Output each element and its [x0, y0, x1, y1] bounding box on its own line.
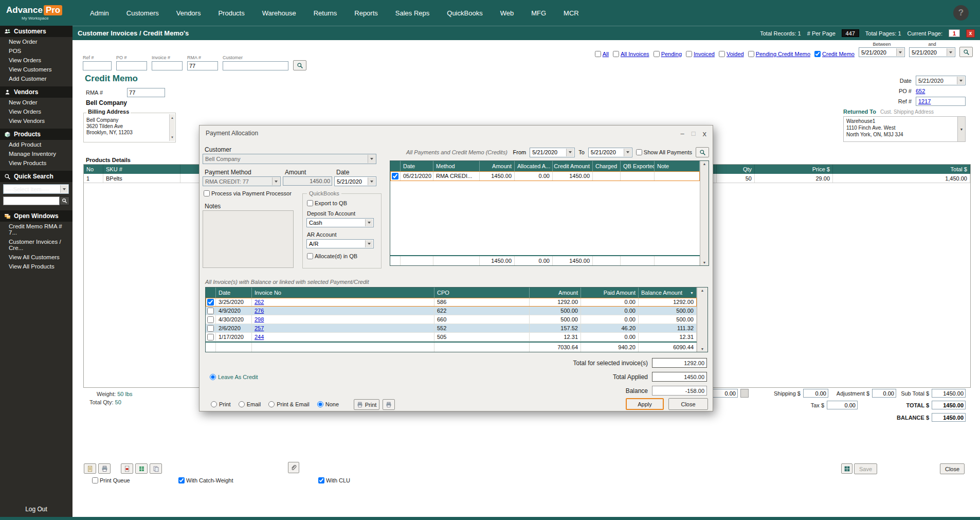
nav-quickbooks[interactable]: QuickBooks — [447, 9, 482, 17]
payment-method-select[interactable]: RMA CREDIT: 77 — [203, 176, 281, 186]
nav-returns[interactable]: Returns — [314, 9, 337, 17]
col-balance-amount[interactable]: Balance Amount▼ — [639, 288, 697, 298]
cust-shipping-address-label[interactable]: Cust. Shipping Address — [880, 109, 934, 115]
help-icon[interactable]: ? — [953, 5, 969, 21]
sidebar-item-add-customer[interactable]: Add Customer — [0, 74, 72, 83]
invoice-row[interactable]: 4/9/2020 276 622 500.00 0.00 500.00 — [206, 307, 697, 315]
filter-all[interactable]: All — [595, 51, 609, 57]
billing-scrollbar[interactable]: ▲ ▼ — [169, 114, 175, 141]
sidebar-item-view-products[interactable]: View Products — [0, 158, 72, 168]
close-button[interactable]: Close — [940, 463, 965, 474]
discount-input[interactable] — [713, 389, 738, 398]
nav-mfg[interactable]: MFG — [531, 9, 546, 17]
logout-link[interactable]: Log Out — [0, 506, 72, 513]
nav-warehouse[interactable]: Warehouse — [262, 9, 296, 17]
print-pdf-button[interactable] — [121, 463, 133, 474]
minimize-icon[interactable]: – — [680, 130, 684, 137]
dialog-title-bar[interactable]: Payment Allocation – □ x — [199, 125, 713, 141]
quick-search-input[interactable] — [3, 196, 60, 205]
invoice-search-input[interactable] — [152, 61, 183, 70]
sidebar-item-view-vendors[interactable]: View Vendors — [0, 116, 72, 125]
export-excel-button[interactable] — [135, 463, 148, 474]
rma-search-input[interactable] — [187, 61, 218, 70]
discount-options-button[interactable] — [740, 389, 749, 398]
invoice-row[interactable]: 2/6/2020 257 552 157.52 46.20 111.32 — [206, 324, 697, 333]
payments-from-select[interactable]: 5/21/2020 — [530, 148, 575, 157]
catch-weight-checkbox[interactable]: With Catch-Weight — [178, 477, 233, 483]
quick-search-select[interactable]: ----Select Item---- — [3, 184, 69, 194]
adjustment-input[interactable] — [872, 389, 896, 398]
ar-account-select[interactable]: A/R — [306, 239, 374, 248]
dialog-customer-select[interactable]: Bell Company — [203, 154, 376, 164]
print-queue-checkbox[interactable]: Print Queue — [92, 477, 130, 483]
allocated-qb-checkbox[interactable]: Allocate(d) in QB — [307, 253, 381, 259]
leave-as-credit-radio[interactable]: Leave As Credit — [210, 374, 258, 380]
scroll-up-icon[interactable]: ▲ — [171, 115, 174, 121]
po-number-link[interactable]: 652 — [916, 88, 925, 94]
nav-customers[interactable]: Customers — [126, 9, 159, 17]
nav-web[interactable]: Web — [500, 9, 514, 17]
output-print-email-radio[interactable]: Print & Email — [268, 401, 310, 407]
filter-invoiced[interactable]: Invoiced — [686, 51, 715, 57]
sidebar-item-new-order[interactable]: New Order — [0, 37, 72, 46]
filter-pending[interactable]: Pending — [654, 51, 682, 57]
print-settings-button[interactable] — [383, 399, 395, 410]
rma-field-input[interactable] — [127, 88, 165, 97]
nav-reports[interactable]: Reports — [354, 9, 378, 17]
sidebar-item-pos[interactable]: POS — [0, 46, 72, 56]
open-window-view-all-customers[interactable]: View All Customers — [0, 253, 72, 262]
payment-row[interactable]: 05/21/2020 RMA CREDI... 1450.00 0.00 145… — [390, 171, 700, 181]
memo-date-select[interactable]: 5/21/2020 — [916, 76, 966, 85]
filter-pending-credit-memo[interactable]: Pending Credit Memo — [748, 51, 810, 57]
export-doc-button[interactable] — [84, 463, 96, 474]
copy-button[interactable] — [150, 463, 162, 474]
invoice-row-checkbox[interactable] — [207, 316, 214, 323]
maximize-icon[interactable]: □ — [692, 130, 696, 137]
dialog-print-button[interactable]: Print — [354, 399, 379, 410]
filter-date-to-select[interactable]: 5/21/2020 — [909, 47, 955, 57]
show-all-payments-checkbox[interactable]: Show All Payments — [636, 149, 692, 155]
invoice-row[interactable]: 3/25/2020 262 586 1292.00 0.00 1292.00 — [206, 298, 697, 307]
filter-voided[interactable]: Voided — [719, 51, 744, 57]
open-window-customer-invoices[interactable]: Customer Invoices / Cre... — [0, 237, 72, 253]
scroll-up-icon[interactable]: ▲ — [703, 162, 706, 166]
tax-input[interactable] — [827, 401, 858, 409]
payments-to-select[interactable]: 5/21/2020 — [588, 148, 632, 157]
sidebar-item-vendor-new-order[interactable]: New Order — [0, 98, 72, 107]
invoice-row-checkbox[interactable] — [207, 299, 214, 306]
output-email-radio[interactable]: Email — [239, 401, 261, 407]
po-search-input[interactable] — [116, 61, 147, 70]
sidebar-item-view-customers[interactable]: View Customers — [0, 65, 72, 74]
sidebar-item-view-orders[interactable]: View Orders — [0, 56, 72, 65]
ref-search-input[interactable] — [83, 61, 112, 70]
scroll-up-icon[interactable]: ▲ — [701, 289, 704, 292]
payment-amount-input[interactable] — [283, 176, 332, 186]
output-none-radio[interactable]: None — [317, 401, 339, 407]
print-button[interactable] — [98, 463, 111, 474]
nav-sales-reps[interactable]: Sales Reps — [395, 9, 429, 17]
invoice-row-checkbox[interactable] — [207, 325, 214, 332]
filter-search-button[interactable] — [959, 47, 973, 57]
payments-scrollbar[interactable]: ▲ ▼ — [700, 161, 709, 265]
close-dialog-icon[interactable]: x — [703, 129, 707, 138]
nav-admin[interactable]: Admin — [90, 9, 109, 17]
attachment-button[interactable] — [288, 462, 299, 473]
sidebar-item-manage-inventory[interactable]: Manage Inventory — [0, 149, 72, 158]
nav-mcr[interactable]: MCR — [564, 9, 579, 17]
nav-products[interactable]: Products — [218, 9, 244, 17]
dialog-close-button[interactable]: Close — [668, 398, 708, 410]
open-window-credit-memo[interactable]: Credit Memo RMA # 7... — [0, 222, 72, 237]
scroll-down-icon[interactable]: ▼ — [701, 347, 704, 351]
filter-credit-memo[interactable]: Credit Memo — [814, 51, 855, 57]
per-page-input[interactable] — [842, 29, 859, 37]
sidebar-item-vendor-view-orders[interactable]: View Orders — [0, 107, 72, 116]
invoice-row[interactable]: 1/17/2020 244 505 12.31 0.00 12.31 — [206, 333, 697, 342]
invoices-scrollbar[interactable]: ▲ ▼ — [697, 288, 707, 352]
output-print-radio[interactable]: Print — [211, 401, 231, 407]
invoice-row[interactable]: 4/30/2020 298 660 500.00 0.00 500.00 — [206, 315, 697, 324]
payment-row-checkbox[interactable] — [392, 173, 398, 180]
invoice-number-link[interactable]: 298 — [255, 316, 264, 322]
save-button[interactable]: Save — [854, 463, 877, 474]
clu-checkbox[interactable]: With CLU — [318, 477, 350, 483]
process-payment-checkbox[interactable]: Process via Payment Processor — [204, 190, 292, 196]
